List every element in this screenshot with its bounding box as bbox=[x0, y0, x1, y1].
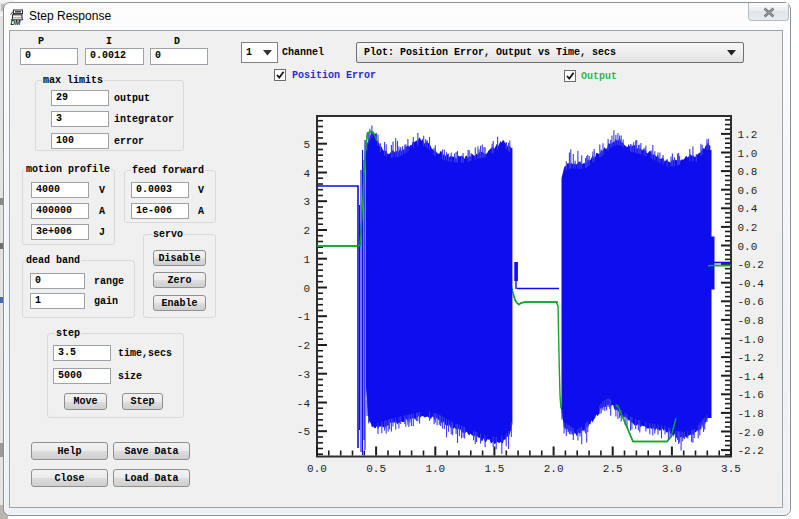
svg-text:0.4: 0.4 bbox=[738, 203, 758, 215]
svg-text:0: 0 bbox=[303, 283, 310, 295]
svg-text:0.0: 0.0 bbox=[307, 463, 327, 475]
svg-text:-2.0: -2.0 bbox=[738, 427, 764, 439]
svg-text:-0.4: -0.4 bbox=[738, 278, 765, 290]
svg-text:-3: -3 bbox=[297, 369, 310, 381]
svg-text:-5: -5 bbox=[297, 426, 310, 438]
svg-text:-4: -4 bbox=[297, 398, 311, 410]
svg-text:0.0: 0.0 bbox=[738, 241, 758, 253]
svg-text:3: 3 bbox=[303, 196, 310, 208]
svg-text:0.2: 0.2 bbox=[738, 222, 758, 234]
svg-text:1.2: 1.2 bbox=[738, 129, 758, 141]
svg-text:1: 1 bbox=[303, 254, 310, 266]
svg-text:5: 5 bbox=[303, 139, 310, 151]
svg-text:-2.2: -2.2 bbox=[738, 445, 764, 457]
svg-text:0.8: 0.8 bbox=[738, 166, 758, 178]
svg-text:3.5: 3.5 bbox=[721, 463, 741, 475]
svg-text:2: 2 bbox=[303, 225, 310, 237]
svg-text:0.6: 0.6 bbox=[738, 185, 758, 197]
svg-text:-1.2: -1.2 bbox=[738, 352, 764, 364]
svg-text:-1.0: -1.0 bbox=[738, 334, 764, 346]
svg-text:2.5: 2.5 bbox=[603, 463, 623, 475]
svg-text:1.5: 1.5 bbox=[484, 463, 504, 475]
svg-text:-0.2: -0.2 bbox=[738, 259, 764, 271]
svg-text:1.0: 1.0 bbox=[738, 148, 758, 160]
svg-text:3.0: 3.0 bbox=[662, 463, 682, 475]
svg-text:-1.4: -1.4 bbox=[738, 371, 765, 383]
svg-text:-1.6: -1.6 bbox=[738, 389, 764, 401]
svg-text:2.0: 2.0 bbox=[544, 463, 564, 475]
svg-text:-2: -2 bbox=[297, 340, 310, 352]
svg-text:-0.6: -0.6 bbox=[738, 296, 764, 308]
svg-text:-1.8: -1.8 bbox=[738, 408, 764, 420]
svg-text:0.5: 0.5 bbox=[366, 463, 386, 475]
svg-text:4: 4 bbox=[303, 168, 310, 180]
svg-text:-0.8: -0.8 bbox=[738, 315, 764, 327]
svg-text:1.0: 1.0 bbox=[425, 463, 445, 475]
svg-text:-1: -1 bbox=[297, 311, 311, 323]
